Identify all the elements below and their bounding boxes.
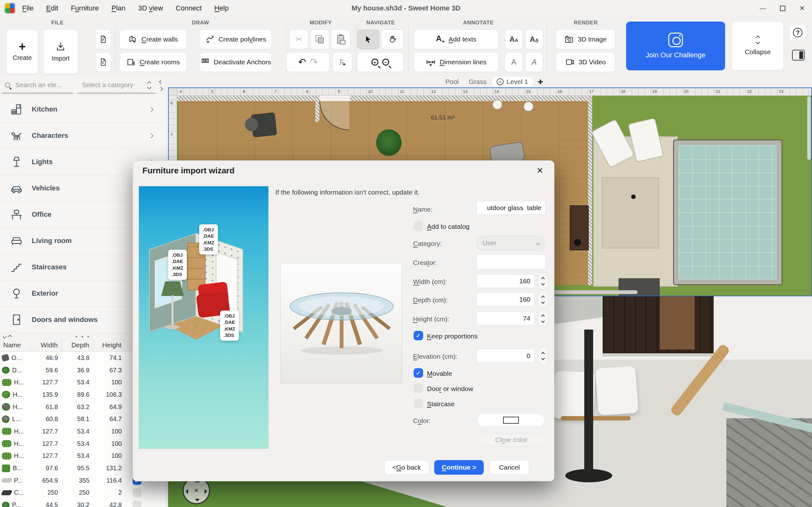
italic-button[interactable]: A <box>525 52 543 72</box>
wall-top <box>177 96 592 101</box>
compass-center: ✕ <box>194 487 199 494</box>
redo-icon[interactable]: ↷ <box>310 57 318 67</box>
row-checkbox[interactable] <box>133 488 142 497</box>
create-rooms-button[interactable]: Create rooms <box>119 52 187 72</box>
add-to-catalog-checkbox[interactable] <box>414 221 423 231</box>
compass-right-arrow[interactable] <box>205 489 207 494</box>
menu-help[interactable]: Help <box>214 4 229 12</box>
section-label-modify: MODIFY <box>310 20 332 26</box>
close-button[interactable]: ✕ <box>792 0 812 16</box>
movable-checkbox[interactable]: ✓ <box>414 368 423 378</box>
table-row[interactable]: P...44.530.242.8 <box>0 499 165 507</box>
import-sh3f-button[interactable] <box>95 30 111 49</box>
go-back-button[interactable]: < Go back <box>384 460 429 475</box>
dimension-lines-button[interactable]: Dimension lines <box>414 52 498 72</box>
continue-button[interactable]: Continue > <box>434 460 484 475</box>
undo-redo-group[interactable]: ↶ ↷ <box>287 52 329 72</box>
hedge-icon <box>2 379 11 386</box>
category-filter-select[interactable]: Select a category <box>82 81 133 89</box>
cut-button[interactable]: ✂ <box>289 30 308 49</box>
depth-label: Depth (cm): <box>413 296 448 304</box>
bamboo-icon <box>2 464 10 472</box>
copy-button[interactable] <box>310 30 329 49</box>
ruler-number: 6 <box>170 100 172 106</box>
sidebar-item-kitchen[interactable]: Kitchen <box>0 96 165 123</box>
select-tool-button[interactable] <box>357 30 379 49</box>
model-preview[interactable] <box>281 263 402 384</box>
dialog-close-button[interactable]: ✕ <box>537 166 543 176</box>
tab-grass[interactable]: Grass <box>469 78 487 86</box>
elevation-stepper[interactable] <box>538 347 548 365</box>
table-row[interactable]: C...2502502 <box>0 487 165 499</box>
add-level-button[interactable]: + <box>538 76 543 87</box>
export-sh3f-button[interactable] <box>95 52 111 72</box>
paste-button[interactable] <box>331 30 350 49</box>
column-header-height[interactable]: Height <box>93 338 124 351</box>
minimize-button[interactable]: — <box>753 0 773 16</box>
column-header-depth[interactable]: Depth <box>61 338 93 351</box>
compass-left-arrow[interactable] <box>186 489 188 494</box>
width-stepper[interactable] <box>538 272 548 290</box>
depth-field[interactable]: 160 <box>476 292 535 306</box>
height-stepper[interactable] <box>538 309 548 327</box>
width-field[interactable]: 160 <box>476 274 535 288</box>
category-select[interactable]: User <box>476 236 546 250</box>
create-polylines-button[interactable]: Create polylines <box>200 30 272 49</box>
menu-plan[interactable]: Plan <box>111 4 125 12</box>
tab-pool[interactable]: Pool <box>445 78 459 86</box>
ruler-number: 6 <box>242 89 246 94</box>
depth-stepper[interactable] <box>538 291 548 308</box>
side-panel-toggle[interactable] <box>792 50 805 60</box>
compass-down-arrow[interactable] <box>195 499 200 501</box>
column-header-width[interactable]: Width <box>31 338 61 351</box>
lamp-base-3d <box>565 469 612 482</box>
search-input[interactable]: Search an ele... <box>15 81 62 89</box>
expand-panel-icon[interactable] <box>159 87 163 91</box>
keep-proportions-checkbox[interactable]: ✓ <box>414 331 423 340</box>
bold-button[interactable]: A <box>505 52 523 72</box>
deactivate-anchors-button[interactable]: Deactivate Anchors <box>200 52 272 72</box>
menu-file[interactable]: File <box>22 4 33 12</box>
create-walls-button[interactable]: Create walls <box>119 30 187 49</box>
import-button[interactable]: Import <box>43 30 78 74</box>
sidebar-item-characters[interactable]: Characters <box>0 123 165 149</box>
door-or-window-checkbox[interactable] <box>414 383 423 393</box>
italic-icon: A <box>531 58 537 66</box>
undo-icon[interactable]: ↶ <box>298 57 306 67</box>
add-furniture-button[interactable] <box>333 52 352 72</box>
3d-image-button[interactable]: 3D Image <box>556 30 615 49</box>
join-our-challenge-button[interactable]: Join Our Challenge <box>626 21 725 70</box>
name-field[interactable]: utdoor glass table <box>476 201 546 215</box>
height-field[interactable]: 74 <box>476 312 535 326</box>
zoom-in-icon[interactable]: + <box>371 59 378 66</box>
zoom-out-icon[interactable]: − <box>382 59 389 66</box>
elevation-field[interactable]: 0 <box>476 349 535 363</box>
clear-color-button[interactable]: Clear color <box>478 434 545 446</box>
color-picker-button[interactable] <box>477 413 545 427</box>
menu-furniture[interactable]: Furniture <box>71 4 99 12</box>
collapse-button[interactable]: Collapse <box>732 21 784 70</box>
lamp-post-3d <box>584 330 593 475</box>
column-header-name[interactable]: Name <box>0 338 31 351</box>
increase-text-size-button[interactable]: AA <box>505 30 523 49</box>
tab-level-1[interactable]: ≡ Level 1 <box>492 77 533 87</box>
pan-tool-button[interactable] <box>381 30 403 49</box>
add-texts-button[interactable]: A+ Add texts <box>414 30 498 49</box>
menu-3d-view[interactable]: 3D view <box>138 4 163 12</box>
maximize-button[interactable] <box>773 0 792 16</box>
menu-connect[interactable]: Connect <box>176 4 202 12</box>
terrace-table <box>602 177 659 248</box>
cancel-button[interactable]: Cancel <box>490 460 529 475</box>
color-swatch <box>503 417 519 424</box>
decrease-text-size-button[interactable]: AA̠ <box>525 30 543 49</box>
collapse-panel-icon[interactable] <box>159 80 163 84</box>
menu-edit[interactable]: Edit <box>46 4 58 12</box>
help-button[interactable]: ? <box>790 24 806 41</box>
creator-field[interactable] <box>476 255 546 270</box>
plan-vertical-scrollbar[interactable] <box>807 96 811 160</box>
staircase-checkbox[interactable] <box>414 399 423 408</box>
3d-video-button[interactable]: 3D Video <box>556 52 615 72</box>
app-icon <box>4 3 15 14</box>
create-button[interactable]: + Create <box>6 30 38 74</box>
row-checkbox[interactable] <box>133 501 142 507</box>
